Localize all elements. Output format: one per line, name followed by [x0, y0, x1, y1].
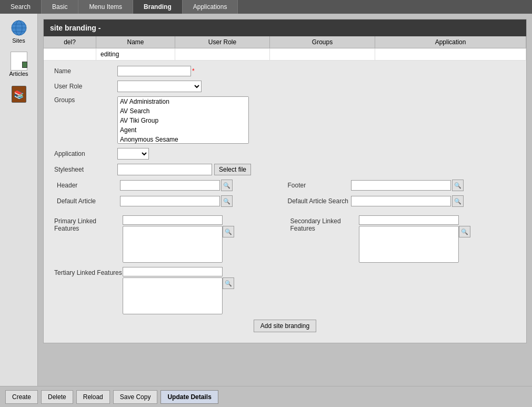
primary-linked-boxes: [123, 215, 223, 263]
footer-col: Footer 🔍 Default Article Search 🔍: [285, 180, 516, 211]
header-search-button[interactable]: 🔍: [221, 180, 233, 191]
update-details-button[interactable]: Update Details: [160, 390, 218, 404]
stylesheet-row: Stylesheet Select file: [54, 164, 516, 175]
primary-linked-label: Primary Linked Features: [54, 215, 123, 232]
default-article-search-btn[interactable]: 🔍: [452, 195, 464, 207]
book-icon: 📚: [11, 86, 27, 103]
groups-label: Groups: [54, 96, 117, 104]
footer-field: 🔍: [351, 180, 464, 191]
groups-row: Groups AV Administration AV Search AV Ti…: [54, 96, 516, 144]
reload-button[interactable]: Reload: [76, 390, 110, 404]
tertiary-listbox[interactable]: [123, 277, 223, 314]
sidebar-item-articles[interactable]: Articles: [2, 49, 36, 80]
group-option-0[interactable]: AV Administration: [118, 97, 248, 106]
row-user-role: [175, 48, 270, 60]
row-del: [44, 48, 96, 60]
group-option-3[interactable]: Agent: [118, 125, 248, 135]
header-label: Header: [57, 182, 120, 189]
stylesheet-input[interactable]: [117, 164, 212, 175]
tertiary-top-input[interactable]: [123, 267, 223, 276]
delete-button[interactable]: Delete: [41, 390, 73, 404]
col-user-role: User Role: [175, 36, 270, 48]
linked-features-row: Primary Linked Features 🔍 Secondary Link…: [54, 215, 516, 263]
footer-input[interactable]: [351, 180, 451, 191]
default-article-label: Default Article: [57, 197, 120, 205]
group-option-4[interactable]: Anonymous Sesame: [118, 135, 248, 144]
user-role-row: User Role: [54, 81, 516, 92]
table-row: editing: [44, 48, 526, 61]
groups-listbox[interactable]: AV Administration AV Search AV Tiki Grou…: [117, 96, 249, 144]
header-field: 🔍: [120, 180, 233, 191]
header-input[interactable]: [120, 180, 220, 191]
footer-row: Footer 🔍: [288, 180, 514, 191]
tab-applications[interactable]: Applications: [183, 0, 238, 14]
default-article-search-button[interactable]: 🔍: [221, 195, 233, 207]
application-row: Application: [54, 148, 516, 160]
name-input[interactable]: [117, 66, 191, 76]
application-label: Application: [54, 150, 117, 157]
col-del: del?: [44, 36, 96, 48]
row-name: editing: [96, 48, 175, 60]
sidebar-articles-label: Articles: [9, 71, 28, 77]
default-article-search-row: Default Article Search 🔍: [288, 195, 514, 207]
default-article-search-field: 🔍: [351, 195, 464, 207]
tertiary-row: Tertiary Linked Features 🔍: [54, 267, 516, 314]
sidebar-item-3[interactable]: 📚: [2, 83, 36, 107]
main-layout: Sites Articles 📚 site branding - del? Na…: [0, 14, 532, 386]
tab-search[interactable]: Search: [0, 0, 42, 14]
stylesheet-label: Stylesheet: [54, 166, 117, 173]
form-area: Name * User Role Groups AV Administratio…: [44, 61, 526, 343]
secondary-linked-col: Secondary Linked Features 🔍: [290, 215, 516, 263]
primary-linked-col: Primary Linked Features 🔍: [54, 215, 280, 263]
secondary-linked-boxes: [359, 215, 459, 263]
bottom-toolbar: Create Delete Reload Save Copy Update De…: [0, 386, 532, 407]
create-button[interactable]: Create: [5, 390, 38, 404]
default-article-field: 🔍: [120, 195, 233, 207]
save-copy-button[interactable]: Save Copy: [113, 390, 158, 404]
secondary-listbox[interactable]: [359, 226, 459, 263]
sidebar: Sites Articles 📚: [0, 14, 38, 386]
primary-top-input[interactable]: [123, 215, 223, 225]
default-article-search-input[interactable]: [351, 196, 451, 206]
panel-title: site branding -: [50, 24, 101, 32]
default-article-search-label: Default Article Search: [288, 197, 351, 205]
row-application: [375, 48, 526, 60]
header-col: Header 🔍 Default Article 🔍: [54, 180, 285, 211]
sidebar-item-sites[interactable]: Sites: [2, 16, 36, 47]
header-footer-section: Header 🔍 Default Article 🔍: [54, 180, 516, 211]
primary-search-button[interactable]: 🔍: [223, 226, 234, 237]
col-application: Application: [375, 36, 526, 48]
name-label: Name: [54, 67, 117, 75]
tertiary-linked-label: Tertiary Linked Features: [54, 267, 123, 276]
name-row: Name *: [54, 66, 516, 76]
add-site-branding-button[interactable]: Add site branding: [254, 320, 316, 332]
content-area: site branding - del? Name User Role Grou…: [38, 14, 532, 386]
group-option-2[interactable]: AV Tiki Group: [118, 116, 248, 125]
tab-branding[interactable]: Branding: [133, 0, 183, 14]
col-name: Name: [96, 36, 175, 48]
tab-basic[interactable]: Basic: [42, 0, 78, 14]
panel-header: site branding -: [44, 19, 526, 36]
secondary-top-input[interactable]: [359, 215, 459, 225]
globe-icon: [11, 19, 27, 36]
secondary-search-button[interactable]: 🔍: [459, 226, 470, 237]
col-groups: Groups: [270, 36, 375, 48]
group-option-1[interactable]: AV Search: [118, 106, 248, 116]
sidebar-sites-label: Sites: [12, 37, 25, 44]
required-star: *: [192, 67, 195, 75]
tertiary-search-button[interactable]: 🔍: [223, 277, 234, 289]
footer-search-button[interactable]: 🔍: [452, 180, 464, 191]
default-article-input[interactable]: [120, 196, 220, 206]
primary-listbox[interactable]: [123, 226, 223, 263]
header-row: Header 🔍: [57, 180, 283, 191]
secondary-linked-label: Secondary Linked Features: [290, 215, 359, 232]
articles-icon: [11, 53, 27, 70]
default-article-row: Default Article 🔍: [57, 195, 283, 207]
footer-label: Footer: [288, 182, 351, 189]
tab-menu-items[interactable]: Menu Items: [78, 0, 133, 14]
tertiary-linked-boxes: [123, 267, 223, 314]
select-file-button[interactable]: Select file: [214, 164, 251, 175]
application-select[interactable]: [117, 148, 149, 160]
user-role-select[interactable]: [117, 81, 202, 92]
add-btn-row: Add site branding: [54, 320, 516, 332]
